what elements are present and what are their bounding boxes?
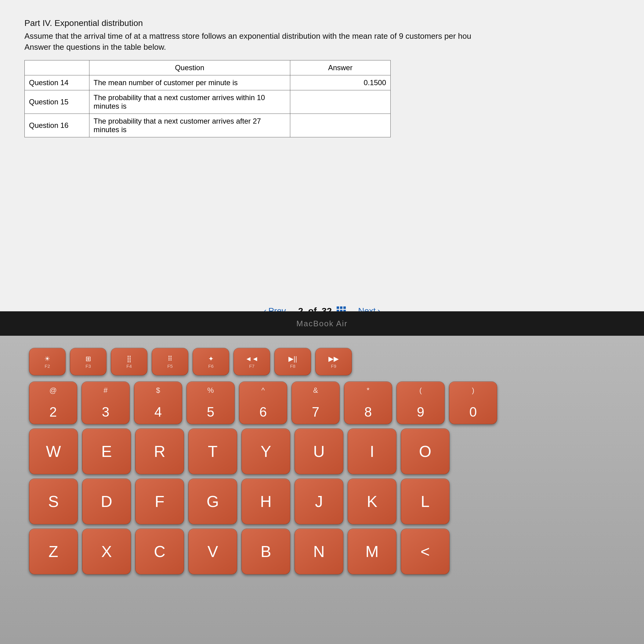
rewind-icon: ◄◄ <box>245 355 259 363</box>
keyboard: ☀ F2 ⊞ F3 ⣿ F4 ⠿ F5 ✦ F6 ◄◄ F7 ▶|| F8 ▶▶ <box>0 336 644 644</box>
number-key-row: @ 2 # 3 $ 4 % 5 ^ 6 & 7 * 8 ( 9 <box>17 382 627 424</box>
key-9[interactable]: ( 9 <box>396 382 445 424</box>
key-f3[interactable]: ⊞ F3 <box>70 348 107 375</box>
key-o[interactable]: O <box>401 429 450 474</box>
function-key-row: ☀ F2 ⊞ F3 ⣿ F4 ⠿ F5 ✦ F6 ◄◄ F7 ▶|| F8 ▶▶ <box>17 348 627 375</box>
mission-control-icon: ⊞ <box>85 355 91 363</box>
description-line1: Assume that the arrival time of at a mat… <box>24 31 471 41</box>
key-w[interactable]: W <box>29 429 78 474</box>
key-5[interactable]: % 5 <box>186 382 235 424</box>
key-f6[interactable]: ✦ F6 <box>193 348 229 375</box>
key-f4[interactable]: ⣿ F4 <box>111 348 147 375</box>
key-k[interactable]: K <box>348 479 396 524</box>
question-table: Question Answer Question 14 The mean num… <box>24 60 391 137</box>
row-label-q15: Question 15 <box>25 90 89 114</box>
key-f7[interactable]: ◄◄ F7 <box>233 348 270 375</box>
macbook-brand-label: MacBook Air <box>296 319 348 328</box>
brightness-icon: ☀ <box>44 355 50 363</box>
key-x[interactable]: X <box>82 529 131 574</box>
row-answer-q16[interactable] <box>290 114 390 137</box>
key-f[interactable]: F <box>135 479 184 524</box>
key-i[interactable]: I <box>348 429 396 474</box>
key-y[interactable]: Y <box>241 429 290 474</box>
launchpad-icon: ⣿ <box>127 355 132 363</box>
key-n[interactable]: N <box>295 529 343 574</box>
row-answer-q14[interactable]: 0.1500 <box>290 75 390 90</box>
row-question-q15: The probability that a next customer arr… <box>89 90 290 114</box>
key-l[interactable]: L <box>401 479 450 524</box>
key-t[interactable]: T <box>188 429 237 474</box>
key-z[interactable]: Z <box>29 529 78 574</box>
fast-forward-icon: ▶▶ <box>328 355 339 363</box>
key-f2[interactable]: ☀ F2 <box>29 348 66 375</box>
part-title: Part IV. Exponential distribution <box>24 18 620 28</box>
key-b[interactable]: B <box>241 529 290 574</box>
macbook-brand-bar: MacBook Air <box>0 311 644 336</box>
key-j[interactable]: J <box>295 479 343 524</box>
key-g[interactable]: G <box>188 479 237 524</box>
laptop-screen: Part IV. Exponential distribution Assume… <box>0 0 644 330</box>
table-row: Question 14 The mean number of customer … <box>25 75 391 90</box>
keyboard-backlight-up-icon: ✦ <box>208 355 214 363</box>
key-0[interactable]: ) 0 <box>449 382 497 424</box>
row-question-q16: The probability that a next customer arr… <box>89 114 290 137</box>
zxcv-row: Z X C V B N M < <box>17 529 627 574</box>
key-3[interactable]: # 3 <box>81 382 130 424</box>
table-row: Question 16 The probability that a next … <box>25 114 391 137</box>
key-v[interactable]: V <box>188 529 237 574</box>
key-u[interactable]: U <box>295 429 343 474</box>
key-6[interactable]: ^ 6 <box>239 382 287 424</box>
row-answer-q15[interactable] <box>290 90 390 114</box>
table-row: Question 15 The probability that a next … <box>25 90 391 114</box>
col-header-question: Question <box>89 60 290 75</box>
play-pause-icon: ▶|| <box>288 355 297 363</box>
row-label-q16: Question 16 <box>25 114 89 137</box>
key-f5[interactable]: ⠿ F5 <box>152 348 188 375</box>
key-m[interactable]: M <box>348 529 396 574</box>
key-2[interactable]: @ 2 <box>29 382 77 424</box>
key-7[interactable]: & 7 <box>291 382 340 424</box>
key-f9[interactable]: ▶▶ F9 <box>315 348 352 375</box>
key-s[interactable]: S <box>29 479 78 524</box>
key-d[interactable]: D <box>82 479 131 524</box>
qwerty-row: W E R T Y U I O <box>17 429 627 474</box>
key-f8[interactable]: ▶|| F8 <box>274 348 311 375</box>
key-c[interactable]: C <box>135 529 184 574</box>
screen-content: Part IV. Exponential distribution Assume… <box>0 0 644 298</box>
col-header-answer: Answer <box>290 60 390 75</box>
keyboard-backlight-icon: ⠿ <box>168 355 172 363</box>
description-line2: Answer the questions in the table below. <box>24 42 166 52</box>
key-e[interactable]: E <box>82 429 131 474</box>
asdf-row: S D F G H J K L <box>17 479 627 524</box>
key-h[interactable]: H <box>241 479 290 524</box>
key-4[interactable]: $ 4 <box>134 382 182 424</box>
row-label-q14: Question 14 <box>25 75 89 90</box>
part-description: Assume that the arrival time of at a mat… <box>24 31 620 53</box>
col-header-label <box>25 60 89 75</box>
row-question-q14: The mean number of customer per minute i… <box>89 75 290 90</box>
key-less-than[interactable]: < <box>401 529 450 574</box>
key-r[interactable]: R <box>135 429 184 474</box>
key-8[interactable]: * 8 <box>344 382 392 424</box>
